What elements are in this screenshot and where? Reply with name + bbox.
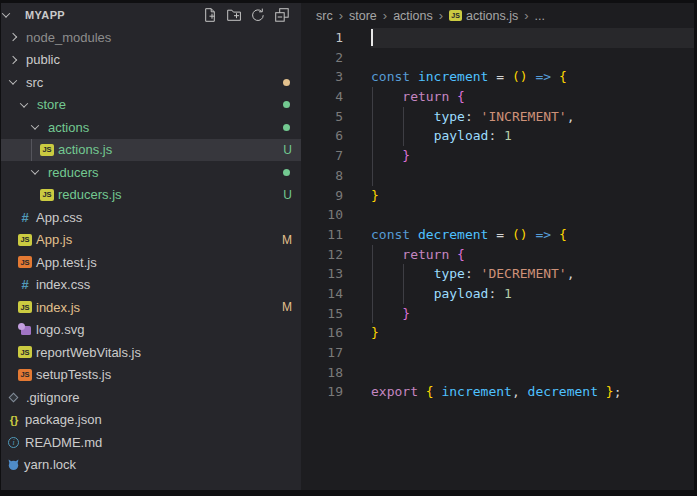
tree-folder-node-modules[interactable]: node_modules bbox=[1, 26, 301, 49]
refresh-explorer-icon[interactable] bbox=[250, 7, 266, 23]
git-status-dot bbox=[283, 169, 290, 176]
line-number: 15 bbox=[301, 304, 343, 324]
breadcrumb-label: actions.js bbox=[466, 9, 518, 23]
tree-folder-store[interactable]: store bbox=[1, 94, 301, 117]
tree-file-logo-svg[interactable]: logo.svg bbox=[1, 319, 301, 342]
vscode-window: MYAPP node_modulespublicsrcstoreactionsJ… bbox=[0, 0, 697, 496]
code-line-content[interactable]: } bbox=[371, 186, 694, 206]
tree-folder-reducers[interactable]: reducers bbox=[1, 161, 301, 184]
breadcrumb-segment[interactable]: src bbox=[316, 9, 333, 23]
line-number: 18 bbox=[301, 363, 343, 383]
git-status-badge: U bbox=[283, 188, 292, 202]
code-token: { bbox=[457, 247, 465, 262]
indent-guide bbox=[403, 107, 404, 127]
explorer-section-header[interactable]: MYAPP bbox=[1, 3, 301, 26]
breadcrumb-label: ... bbox=[535, 9, 545, 23]
code-line-content[interactable]: } bbox=[371, 304, 694, 324]
tree-file--gitignore[interactable]: .gitignore bbox=[1, 386, 301, 409]
code-token: decrement bbox=[528, 384, 598, 399]
git-status: U bbox=[283, 143, 301, 157]
breadcrumb-segment[interactable]: ... bbox=[535, 9, 545, 23]
breadcrumb-segment[interactable]: actions bbox=[393, 9, 433, 23]
tree-file-app-test-js[interactable]: JSApp.test.js bbox=[1, 251, 301, 274]
new-file-icon[interactable] bbox=[202, 7, 218, 23]
code-token: { bbox=[559, 69, 567, 84]
tree-item-label: App.test.js bbox=[36, 255, 97, 270]
code-token: payload bbox=[434, 128, 489, 143]
tree-item-label: actions bbox=[48, 120, 89, 135]
code-line: 14 payload: 1 bbox=[301, 284, 694, 304]
code-area[interactable]: 123const increment = () => {4 return {5 … bbox=[301, 28, 694, 402]
chevron-down-icon bbox=[2, 9, 10, 17]
code-line-content[interactable]: type: 'INCREMENT', bbox=[371, 107, 694, 127]
code-line-content[interactable]: payload: 1 bbox=[371, 284, 694, 304]
tree-file-reducers-js[interactable]: JSreducers.jsU bbox=[1, 184, 301, 207]
code-line: 9} bbox=[301, 186, 694, 206]
tree-item-label: node_modules bbox=[26, 30, 111, 45]
tree-folder-public[interactable]: public bbox=[1, 49, 301, 72]
code-token: } bbox=[606, 384, 614, 399]
git-status bbox=[283, 124, 301, 131]
code-line-content[interactable] bbox=[371, 28, 694, 48]
code-line-content[interactable] bbox=[371, 343, 694, 363]
javascript-file-icon: JS bbox=[18, 369, 32, 381]
tree-file-actions-js[interactable]: JSactions.jsU bbox=[1, 139, 301, 162]
code-line-content[interactable]: const increment = () => { bbox=[371, 67, 694, 87]
breadcrumb-segment[interactable]: JSactions.js bbox=[449, 9, 518, 23]
line-number: 13 bbox=[301, 264, 343, 284]
tree-file-setuptests-js[interactable]: JSsetupTests.js bbox=[1, 364, 301, 387]
tree-folder-src[interactable]: src bbox=[1, 71, 301, 94]
tree-file-reportwebvitals-js[interactable]: JSreportWebVitals.js bbox=[1, 341, 301, 364]
new-folder-icon[interactable] bbox=[226, 7, 242, 23]
code-line-content[interactable]: return { bbox=[371, 87, 694, 107]
svg-image-icon bbox=[18, 323, 32, 336]
code-token bbox=[473, 109, 481, 124]
tree-indent-guide bbox=[31, 139, 32, 162]
tree-item-label: public bbox=[26, 52, 60, 67]
code-token: const bbox=[371, 227, 410, 242]
javascript-file-icon: JS bbox=[18, 234, 32, 246]
tree-file-readme-md[interactable]: iREADME.md bbox=[1, 431, 301, 454]
breadcrumb-segment[interactable]: store bbox=[349, 9, 377, 23]
code-line-content[interactable] bbox=[371, 166, 694, 186]
code-line-content[interactable] bbox=[371, 205, 694, 225]
breadcrumb-label: store bbox=[349, 9, 377, 23]
tree-folder-actions[interactable]: actions bbox=[1, 116, 301, 139]
tree-item-label: logo.svg bbox=[36, 322, 84, 337]
code-line-content[interactable]: type: 'DECREMENT', bbox=[371, 264, 694, 284]
code-token: = bbox=[496, 227, 504, 242]
tree-file-package-json[interactable]: {}package.json bbox=[1, 409, 301, 432]
code-token: { bbox=[559, 227, 567, 242]
indent-guide bbox=[372, 304, 373, 324]
line-number: 4 bbox=[301, 87, 343, 107]
code-line-content[interactable]: } bbox=[371, 146, 694, 166]
git-status-badge: M bbox=[282, 233, 292, 247]
line-number: 5 bbox=[301, 107, 343, 127]
code-token bbox=[371, 148, 402, 163]
code-token bbox=[504, 227, 512, 242]
tree-file-index-js[interactable]: JSindex.jsM bbox=[1, 296, 301, 319]
tree-file-index-css[interactable]: #index.css bbox=[1, 274, 301, 297]
code-line-content[interactable]: return { bbox=[371, 245, 694, 265]
line-number: 6 bbox=[301, 126, 343, 146]
code-token: } bbox=[371, 188, 379, 203]
code-token: increment bbox=[418, 69, 488, 84]
tree-file-app-js[interactable]: JSApp.jsM bbox=[1, 229, 301, 252]
tree-item-label: setupTests.js bbox=[36, 367, 111, 382]
line-number: 1 bbox=[301, 28, 343, 48]
code-line: 15 } bbox=[301, 304, 694, 324]
code-line: 10 bbox=[301, 205, 694, 225]
code-line-content[interactable] bbox=[371, 363, 694, 383]
code-line-content[interactable]: const decrement = () => { bbox=[371, 225, 694, 245]
tree-file-app-css[interactable]: #App.css bbox=[1, 206, 301, 229]
chevron-right-icon bbox=[9, 56, 17, 64]
collapse-folders-icon[interactable] bbox=[274, 7, 290, 23]
code-line-content[interactable]: payload: 1 bbox=[371, 126, 694, 146]
code-line-content[interactable]: export { increment, decrement }; bbox=[371, 382, 694, 402]
code-token bbox=[449, 89, 457, 104]
code-token: decrement bbox=[418, 227, 488, 242]
code-line-content[interactable] bbox=[371, 48, 694, 68]
css-file-icon: # bbox=[18, 210, 32, 225]
code-line-content[interactable]: } bbox=[371, 323, 694, 343]
tree-file-yarn-lock[interactable]: yarn.lock bbox=[1, 454, 301, 477]
